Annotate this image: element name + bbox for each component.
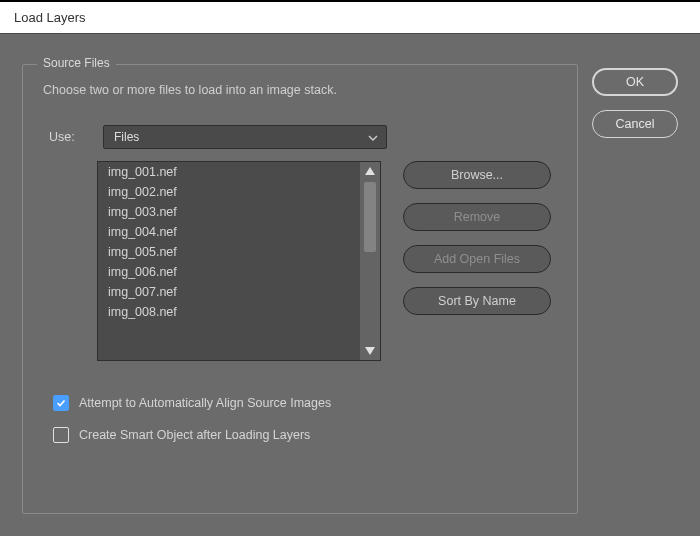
list-item[interactable]: img_003.nef — [98, 202, 380, 222]
align-checkbox-label: Attempt to Automatically Align Source Im… — [79, 396, 331, 410]
dialog-title: Load Layers — [14, 10, 86, 25]
align-checkbox[interactable] — [53, 395, 69, 411]
scrollbar[interactable] — [360, 162, 380, 360]
use-row: Use: Files — [43, 125, 557, 149]
list-item[interactable]: img_008.nef — [98, 302, 380, 322]
fieldset-legend: Source Files — [37, 56, 116, 70]
file-buttons: Browse... Remove Add Open Files Sort By … — [403, 161, 551, 361]
file-listbox[interactable]: img_001.nef img_002.nef img_003.nef img_… — [97, 161, 381, 361]
add-open-files-button[interactable]: Add Open Files — [403, 245, 551, 273]
scroll-up-icon[interactable] — [364, 166, 376, 176]
list-item[interactable]: img_006.nef — [98, 262, 380, 282]
title-bar: Load Layers — [0, 0, 700, 34]
instruction-text: Choose two or more files to load into an… — [43, 83, 557, 97]
right-column: OK Cancel — [592, 64, 678, 514]
list-item[interactable]: img_002.nef — [98, 182, 380, 202]
smart-object-checkbox[interactable] — [53, 427, 69, 443]
list-item[interactable]: img_001.nef — [98, 162, 380, 182]
file-area: img_001.nef img_002.nef img_003.nef img_… — [43, 161, 557, 361]
use-select-value: Files — [114, 130, 139, 144]
listbox-items: img_001.nef img_002.nef img_003.nef img_… — [98, 162, 380, 360]
source-files-fieldset: Source Files Choose two or more files to… — [22, 64, 578, 514]
smart-object-checkbox-row[interactable]: Create Smart Object after Loading Layers — [53, 427, 547, 443]
list-item[interactable]: img_004.nef — [98, 222, 380, 242]
smart-object-checkbox-label: Create Smart Object after Loading Layers — [79, 428, 310, 442]
list-item[interactable]: img_005.nef — [98, 242, 380, 262]
ok-button[interactable]: OK — [592, 68, 678, 96]
browse-button[interactable]: Browse... — [403, 161, 551, 189]
checkmark-icon — [56, 398, 66, 408]
scroll-down-icon[interactable] — [364, 346, 376, 356]
use-label: Use: — [49, 130, 89, 144]
dialog-body: Source Files Choose two or more files to… — [0, 34, 700, 536]
chevron-down-icon — [368, 133, 378, 143]
list-item[interactable]: img_007.nef — [98, 282, 380, 302]
main-column: Source Files Choose two or more files to… — [22, 64, 578, 514]
cancel-button[interactable]: Cancel — [592, 110, 678, 138]
align-checkbox-row[interactable]: Attempt to Automatically Align Source Im… — [53, 395, 547, 411]
sort-by-name-button[interactable]: Sort By Name — [403, 287, 551, 315]
remove-button[interactable]: Remove — [403, 203, 551, 231]
use-select[interactable]: Files — [103, 125, 387, 149]
scroll-thumb[interactable] — [364, 182, 376, 252]
checkbox-group: Attempt to Automatically Align Source Im… — [43, 361, 557, 443]
